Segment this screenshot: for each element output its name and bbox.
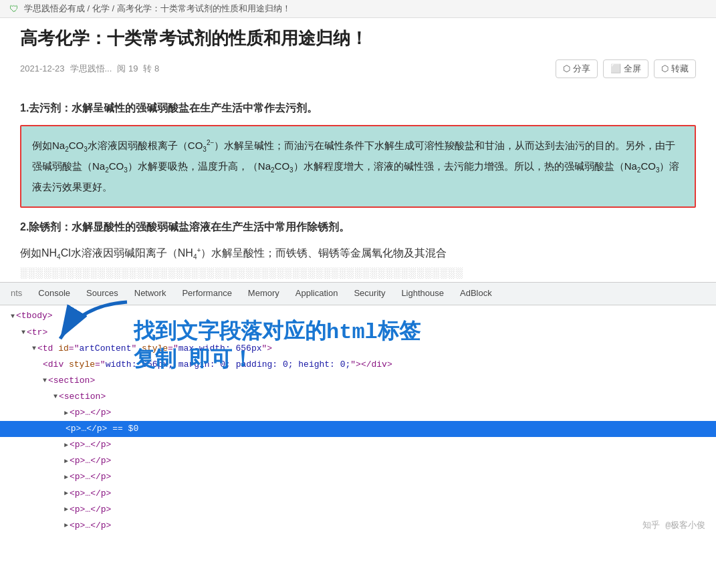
dom-line-section1: ▼<section>	[0, 373, 716, 389]
triangle-icon[interactable]: ►	[64, 408, 68, 419]
highlight-box: 例如Na2CO3水溶液因弱酸根离子（CO32−）水解呈碱性；而油污在碱性条件下水…	[20, 125, 696, 208]
breadcrumb: 学思践悟必有成 / 化学 / 高考化学：十类常考试剂的性质和用途归纳！	[24, 3, 291, 15]
dom-line-p6[interactable]: ►<p>…</p>	[0, 486, 716, 502]
triangle-icon[interactable]: ▼	[32, 343, 36, 354]
dom-line-p8[interactable]: ►<p>…</p>	[0, 518, 716, 534]
article-date: 2021-12-23	[20, 63, 65, 74]
share-icon: ⬡	[563, 63, 570, 74]
article-author: 学思践悟...	[70, 63, 112, 75]
meta-right: ⬡ 分享 ⬜ 全屏 ⬡ 转藏	[556, 59, 696, 78]
triangle-icon[interactable]: ►	[64, 488, 68, 499]
article-read: 阅 19	[117, 63, 138, 75]
fullscreen-button[interactable]: ⬜ 全屏	[603, 59, 648, 78]
dom-line-p5[interactable]: ►<p>…</p>	[0, 469, 716, 485]
tab-security[interactable]: Security	[346, 283, 393, 305]
article-transfer: 转 8	[143, 63, 159, 75]
triangle-icon[interactable]: ►	[64, 504, 68, 515]
section2-more: ░░░░░░░░░░░░░░░░░░░░░░░░░░░░░░░░░░░░░░░░…	[20, 263, 696, 283]
article-meta: 2021-12-23 学思践悟... 阅 19 转 8 ⬡ 分享 ⬜ 全屏 ⬡ …	[20, 55, 696, 89]
dom-line-p3[interactable]: ►<p>…</p>	[0, 437, 716, 453]
collect-icon: ⬡	[661, 63, 669, 74]
dom-line-p7[interactable]: ►<p>…</p>	[0, 502, 716, 518]
article-title: 高考化学：十类常考试剂的性质和用途归纳！	[20, 18, 696, 55]
triangle-icon[interactable]: ▼	[11, 311, 15, 322]
article-area: 高考化学：十类常考试剂的性质和用途归纳！ 2021-12-23 学思践悟... …	[0, 18, 716, 282]
devtools-body: ▼<tbody> ▼<tr> ▼<td id="artContent" styl…	[0, 305, 716, 536]
collect-label: 转藏	[671, 63, 689, 75]
triangle-icon[interactable]: ▼	[43, 375, 47, 386]
share-label: 分享	[573, 63, 590, 75]
tab-elements-truncated[interactable]: nts	[3, 283, 30, 305]
section1-heading: 1.去污剂：水解呈碱性的强碱弱酸盐在生产生活中常作去污剂。	[20, 98, 696, 118]
triangle-icon[interactable]: ►	[64, 520, 68, 531]
section2-heading: 2.除锈剂：水解显酸性的强酸弱碱盐溶液在生产生活中常用作除锈剂。	[20, 217, 696, 237]
section2-text: 例如NH4Cl水溶液因弱碱阳离子（NH4+）水解呈酸性；而铁锈、铜锈等金属氧化物…	[20, 243, 696, 263]
arrow-overlay	[40, 299, 134, 355]
dom-line-p1[interactable]: ►<p>…</p>	[0, 405, 716, 421]
triangle-icon[interactable]: ►	[64, 456, 68, 467]
devtools-panel: nts Console Sources Network Performance …	[0, 282, 716, 536]
watermark: 知乎 @极客小俊	[642, 519, 705, 531]
share-button[interactable]: ⬡ 分享	[556, 59, 598, 78]
dom-line-p4[interactable]: ►<p>…</p>	[0, 453, 716, 469]
collect-button[interactable]: ⬡ 转藏	[654, 59, 696, 78]
fullscreen-label: 全屏	[624, 63, 641, 75]
triangle-icon[interactable]: ►	[64, 440, 68, 451]
article-content: 1.去污剂：水解呈碱性的强碱弱酸盐在生产生活中常作去污剂。 例如Na2CO3水溶…	[20, 98, 696, 283]
tab-lighthouse[interactable]: Lighthouse	[393, 283, 452, 305]
tab-application[interactable]: Application	[287, 283, 346, 305]
tab-performance[interactable]: Performance	[174, 283, 239, 305]
tab-adblock[interactable]: AdBlock	[452, 283, 500, 305]
dom-line-section2: ▼<section>	[0, 389, 716, 405]
dom-line-p2-selected[interactable]: <p>…</p> == $0	[0, 421, 716, 437]
triangle-icon[interactable]: ▼	[53, 391, 57, 402]
tab-memory[interactable]: Memory	[240, 283, 287, 305]
shield-icon: 🛡	[8, 3, 20, 15]
triangle-icon[interactable]: ▼	[21, 327, 25, 338]
fullscreen-icon: ⬜	[610, 63, 621, 74]
annotation-text: 找到文字段落对应的html标签复制 即可！	[134, 319, 421, 374]
triangle-icon[interactable]: ►	[64, 472, 68, 483]
top-bar: 🛡 学思践悟必有成 / 化学 / 高考化学：十类常考试剂的性质和用途归纳！	[0, 0, 716, 18]
meta-left: 2021-12-23 学思践悟... 阅 19 转 8	[20, 63, 159, 75]
